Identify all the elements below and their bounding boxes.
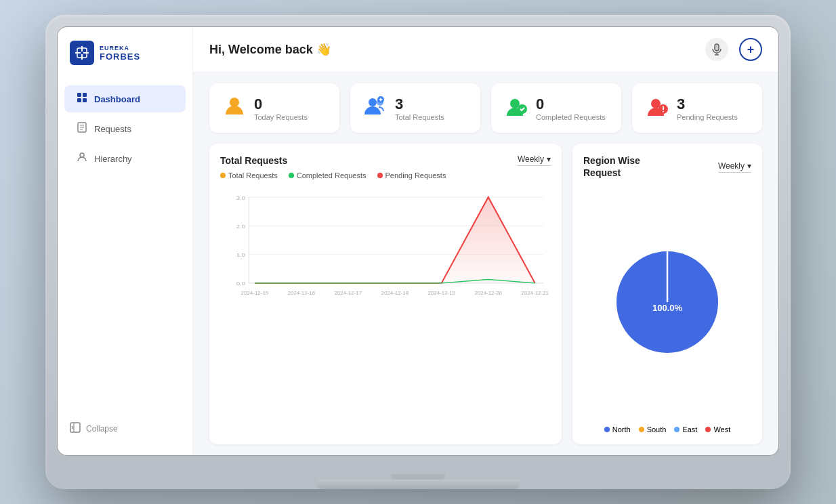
sidebar-item-hierarchy[interactable]: Hierarchy: [64, 145, 186, 172]
pie-chart-area: 100.0%: [583, 184, 751, 420]
hierarchy-icon: [77, 152, 87, 165]
svg-text:2024-12-20: 2024-12-20: [474, 291, 502, 296]
completed-requests-icon: [505, 96, 528, 121]
sidebar-hierarchy-label: Hierarchy: [94, 154, 132, 164]
today-requests-icon: [223, 94, 246, 122]
chevron-down-icon: ▾: [547, 154, 551, 164]
requests-icon: [77, 122, 87, 135]
pending-requests-value: 3: [677, 96, 738, 113]
svg-rect-5: [77, 93, 81, 97]
svg-rect-1: [81, 46, 83, 51]
west-label: West: [713, 425, 730, 434]
region-chevron-icon: ▾: [747, 161, 751, 171]
svg-marker-48: [255, 197, 535, 283]
svg-point-13: [80, 153, 84, 157]
welcome-text: Hi, Welcome back 👋: [209, 42, 331, 57]
logo-eureka: EUREKA: [100, 45, 140, 51]
legend-south: South: [639, 425, 667, 434]
svg-point-19: [230, 98, 239, 107]
sidebar-dashboard-label: Dashboard: [94, 94, 140, 104]
svg-rect-3: [83, 52, 89, 54]
stat-card-completed: 0 Completed Requests: [491, 83, 621, 133]
svg-point-20: [369, 98, 377, 106]
topbar: Hi, Welcome back 👋 +: [193, 27, 778, 72]
sidebar-item-dashboard[interactable]: Dashboard: [64, 85, 186, 112]
total-requests-filter[interactable]: Weekly ▾: [518, 154, 551, 166]
svg-text:0.0: 0.0: [236, 280, 245, 287]
pending-requests-label: Pending Requests: [677, 113, 738, 121]
svg-text:2024-12-16: 2024-12-16: [288, 291, 316, 296]
region-wise-chart: Region Wise Request Weekly ▾: [572, 144, 762, 444]
region-weekly-label: Weekly: [718, 161, 745, 171]
legend-pending: Pending Requests: [377, 171, 446, 180]
svg-rect-7: [77, 98, 81, 102]
svg-rect-14: [70, 423, 80, 432]
chart-header-region: Region Wise Request Weekly ▾: [583, 154, 751, 179]
total-requests-chart: Total Requests Weekly ▾ Total Requests: [209, 144, 562, 444]
legend-total: Total Requests: [220, 171, 278, 180]
topbar-actions: +: [705, 38, 762, 61]
collapse-label: Collapse: [86, 424, 118, 434]
legend-east: East: [674, 425, 697, 434]
stats-row: 0 Today Requests: [193, 72, 778, 144]
svg-text:3.0: 3.0: [236, 194, 245, 201]
north-label: North: [612, 425, 631, 434]
completed-requests-value: 0: [536, 96, 606, 113]
stat-card-today: 0 Today Requests: [209, 83, 339, 133]
svg-text:2024-12-18: 2024-12-18: [381, 291, 409, 296]
chart-legend: Total Requests Completed Requests Pendin…: [220, 171, 551, 180]
logo-text: EUREKA FORBES: [100, 45, 140, 62]
collapse-icon: [70, 422, 81, 435]
svg-text:1.0: 1.0: [236, 252, 245, 258]
svg-text:2.0: 2.0: [236, 224, 245, 230]
sidebar-requests-label: Requests: [94, 124, 131, 134]
south-label: South: [647, 425, 667, 434]
legend-pending-label: Pending Requests: [385, 171, 446, 180]
line-chart-svg: 3.0 2.0 1.0 0.0 2024-12-15 2024-12-16 20…: [220, 185, 551, 307]
svg-rect-8: [83, 98, 87, 102]
svg-rect-16: [715, 44, 719, 51]
pie-chart-svg: 100.0%: [610, 245, 725, 360]
stat-card-total: 3 Total Requests: [350, 83, 480, 133]
total-requests-value: 3: [395, 96, 444, 113]
legend-west: West: [705, 425, 730, 434]
region-chart-filter[interactable]: Weekly ▾: [718, 161, 751, 173]
legend-total-label: Total Requests: [228, 171, 278, 180]
logo-area: EUREKA FORBES: [58, 41, 192, 84]
sidebar-item-requests[interactable]: Requests: [64, 115, 186, 142]
pie-legend: North South East West: [583, 425, 751, 434]
legend-completed: Completed Requests: [289, 171, 367, 180]
sidebar: EUREKA FORBES Dashboard: [58, 27, 193, 455]
svg-text:100.0%: 100.0%: [652, 303, 683, 313]
charts-row: Total Requests Weekly ▾ Total Requests: [193, 144, 778, 455]
dashboard-icon: [77, 92, 87, 106]
pending-requests-icon: [646, 96, 669, 121]
east-label: East: [682, 425, 697, 434]
today-requests-value: 0: [254, 96, 308, 113]
chart-header-total: Total Requests Weekly ▾: [220, 154, 551, 166]
main-content: Hi, Welcome back 👋 +: [193, 27, 778, 455]
line-chart-area: 3.0 2.0 1.0 0.0 2024-12-15 2024-12-16 20…: [220, 185, 551, 434]
collapse-button[interactable]: Collapse: [58, 415, 192, 442]
total-requests-chart-title: Total Requests: [220, 155, 287, 166]
completed-requests-label: Completed Requests: [536, 113, 606, 121]
svg-rect-0: [75, 52, 81, 54]
today-requests-label: Today Requests: [254, 113, 308, 121]
add-button[interactable]: +: [739, 38, 762, 61]
svg-rect-6: [83, 93, 87, 97]
total-requests-label: Total Requests: [395, 113, 444, 121]
mic-button[interactable]: [705, 38, 728, 61]
logo-icon: [70, 41, 94, 65]
weekly-label: Weekly: [518, 154, 544, 164]
stat-card-pending: 3 Pending Requests: [632, 83, 762, 133]
region-chart-title: Region Wise Request: [583, 154, 678, 179]
total-requests-icon: [364, 94, 387, 122]
svg-text:2024-12-19: 2024-12-19: [427, 291, 455, 296]
svg-text:2024-12-15: 2024-12-15: [241, 291, 269, 296]
svg-text:2024-12-17: 2024-12-17: [335, 291, 362, 296]
logo-forbes: FORBES: [100, 51, 140, 62]
legend-north: North: [604, 425, 631, 434]
legend-completed-label: Completed Requests: [297, 171, 367, 180]
svg-point-30: [663, 110, 664, 112]
svg-rect-2: [81, 54, 83, 60]
